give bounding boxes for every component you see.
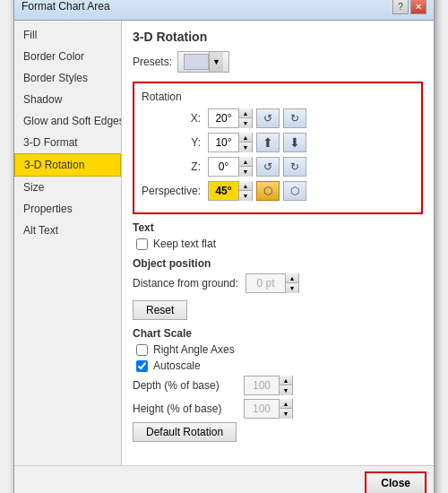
- keep-text-flat-row: Keep text flat: [133, 238, 423, 250]
- sidebar-item-glow-soft-edges[interactable]: Glow and Soft Edges: [14, 110, 121, 132]
- rotation-perspective-value: 45°: [209, 185, 238, 197]
- rotation-z-ccw-btn[interactable]: ↺: [256, 157, 280, 177]
- format-chart-area-dialog: Format Chart Area ? ✕ Fill Border Color …: [13, 0, 435, 493]
- rotation-z-up[interactable]: ▲: [239, 157, 252, 167]
- sidebar-item-3d-format[interactable]: 3-D Format: [14, 132, 121, 153]
- reset-button[interactable]: Reset: [133, 300, 187, 320]
- presets-dropdown-arrow[interactable]: ▼: [209, 52, 223, 72]
- presets-label: Presets:: [133, 56, 172, 68]
- rotation-x-right-btn[interactable]: ↻: [283, 108, 306, 128]
- rotation-perspective-arrows: ▲ ▼: [238, 181, 252, 201]
- rotation-y-row: Y: 10° ▲ ▼ ⬆ ⬇: [142, 133, 414, 152]
- rotation-x-label: X:: [142, 112, 204, 125]
- rotation-x-row: X: 20° ▲ ▼ ↺ ↻: [142, 108, 414, 128]
- sidebar-item-border-color[interactable]: Border Color: [14, 46, 121, 67]
- autoscale-row: Autoscale: [133, 359, 423, 372]
- sidebar-item-shadow[interactable]: Shadow: [14, 89, 121, 110]
- rotation-y-input[interactable]: 10° ▲ ▼: [208, 133, 253, 152]
- height-input[interactable]: 100 ▲ ▼: [244, 399, 293, 419]
- depth-up[interactable]: ▲: [280, 376, 292, 385]
- presets-row: Presets: ▼: [133, 51, 423, 73]
- rotation-perspective-row: Perspective: 45° ▲ ▼ ⬡ ⬡: [142, 181, 414, 201]
- depth-row: Depth (% of base) 100 ▲ ▼: [133, 376, 423, 395]
- distance-input[interactable]: 0 pt ▲ ▼: [246, 273, 299, 293]
- right-angle-axes-checkbox[interactable]: [136, 344, 148, 356]
- rotation-perspective-label: Perspective:: [142, 185, 204, 197]
- distance-down[interactable]: ▼: [286, 283, 298, 293]
- close-button[interactable]: Close: [365, 471, 426, 493]
- title-buttons: ? ✕: [392, 0, 426, 14]
- rotation-perspective-far-btn[interactable]: ⬡: [283, 181, 306, 201]
- right-angle-axes-row: Right Angle Axes: [133, 343, 423, 356]
- rotation-y-down-btn[interactable]: ⬇: [283, 133, 306, 152]
- depth-arrows: ▲ ▼: [279, 376, 292, 395]
- rotation-x-up[interactable]: ▲: [239, 108, 252, 118]
- window-close-button[interactable]: ✕: [410, 0, 426, 14]
- keep-text-flat-label: Keep text flat: [153, 238, 216, 250]
- default-rotation-button[interactable]: Default Rotation: [133, 422, 237, 442]
- sidebar-item-fill[interactable]: Fill: [14, 24, 121, 46]
- text-section: Text Keep text flat: [133, 221, 423, 250]
- rotation-y-up-btn[interactable]: ⬆: [256, 133, 280, 152]
- content-section-title: 3-D Rotation: [133, 30, 423, 44]
- dialog-title: Format Chart Area: [22, 0, 110, 13]
- right-angle-axes-label: Right Angle Axes: [153, 343, 235, 356]
- chart-scale-title: Chart Scale: [133, 327, 423, 340]
- depth-input[interactable]: 100 ▲ ▼: [244, 376, 293, 395]
- sidebar-item-size[interactable]: Size: [14, 177, 121, 198]
- rotation-y-up[interactable]: ▲: [239, 133, 252, 143]
- rotation-x-down[interactable]: ▼: [239, 118, 252, 128]
- distance-from-ground-row: Distance from ground: 0 pt ▲ ▼: [133, 273, 423, 293]
- rotation-x-arrows: ▲ ▼: [238, 108, 252, 128]
- autoscale-label: Autoscale: [153, 359, 201, 372]
- presets-button[interactable]: ▼: [177, 51, 229, 73]
- rotation-z-cw-btn[interactable]: ↻: [283, 157, 306, 177]
- autoscale-checkbox[interactable]: [136, 360, 148, 372]
- text-section-title: Text: [133, 221, 423, 234]
- sidebar-item-3d-rotation[interactable]: 3-D Rotation: [14, 153, 121, 177]
- footer-bar: Close: [14, 465, 434, 493]
- rotation-perspective-near-btn[interactable]: ⬡: [256, 181, 280, 201]
- height-label: Height (% of base): [133, 402, 240, 415]
- height-up[interactable]: ▲: [280, 399, 292, 409]
- rotation-title: Rotation: [142, 91, 414, 103]
- rotation-box: Rotation X: 20° ▲ ▼ ↺ ↻ Y: [133, 82, 423, 214]
- rotation-z-value: 0°: [209, 160, 238, 173]
- sidebar-item-border-styles[interactable]: Border Styles: [14, 67, 121, 89]
- rotation-perspective-down[interactable]: ▼: [239, 191, 252, 201]
- rotation-x-value: 20°: [209, 112, 238, 125]
- rotation-z-arrows: ▲ ▼: [238, 157, 252, 177]
- rotation-y-label: Y:: [142, 136, 204, 149]
- distance-up[interactable]: ▲: [286, 273, 298, 283]
- title-bar: Format Chart Area ? ✕: [14, 0, 434, 21]
- keep-text-flat-checkbox[interactable]: [136, 238, 148, 250]
- rotation-z-down[interactable]: ▼: [239, 167, 252, 177]
- rotation-z-input[interactable]: 0° ▲ ▼: [208, 157, 253, 177]
- sidebar: Fill Border Color Border Styles Shadow G…: [14, 21, 122, 465]
- sidebar-item-alt-text[interactable]: Alt Text: [14, 220, 121, 241]
- rotation-x-left-btn[interactable]: ↺: [256, 108, 280, 128]
- distance-value: 0 pt: [246, 277, 285, 290]
- rotation-y-value: 10°: [209, 136, 238, 149]
- distance-arrows: ▲ ▼: [285, 273, 298, 293]
- rotation-y-down[interactable]: ▼: [239, 143, 252, 152]
- depth-value: 100: [245, 379, 279, 392]
- rotation-x-input[interactable]: 20° ▲ ▼: [208, 108, 253, 128]
- depth-down[interactable]: ▼: [280, 385, 292, 395]
- rotation-perspective-up[interactable]: ▲: [239, 181, 252, 191]
- object-position-section: Object position Distance from ground: 0 …: [133, 257, 423, 293]
- height-value: 100: [245, 402, 279, 415]
- rotation-z-row: Z: 0° ▲ ▼ ↺ ↻: [142, 157, 414, 177]
- depth-label: Depth (% of base): [133, 379, 240, 392]
- rotation-z-label: Z:: [142, 160, 204, 173]
- chart-scale-section: Chart Scale Right Angle Axes Autoscale D…: [133, 327, 423, 449]
- height-down[interactable]: ▼: [280, 409, 292, 419]
- help-button[interactable]: ?: [392, 0, 409, 14]
- dialog-body: Fill Border Color Border Styles Shadow G…: [14, 21, 434, 465]
- distance-label: Distance from ground:: [133, 277, 240, 290]
- rotation-y-arrows: ▲ ▼: [238, 133, 252, 152]
- rotation-perspective-input[interactable]: 45° ▲ ▼: [208, 181, 253, 201]
- presets-icon: [184, 54, 209, 70]
- height-row: Height (% of base) 100 ▲ ▼: [133, 399, 423, 419]
- sidebar-item-properties[interactable]: Properties: [14, 198, 121, 220]
